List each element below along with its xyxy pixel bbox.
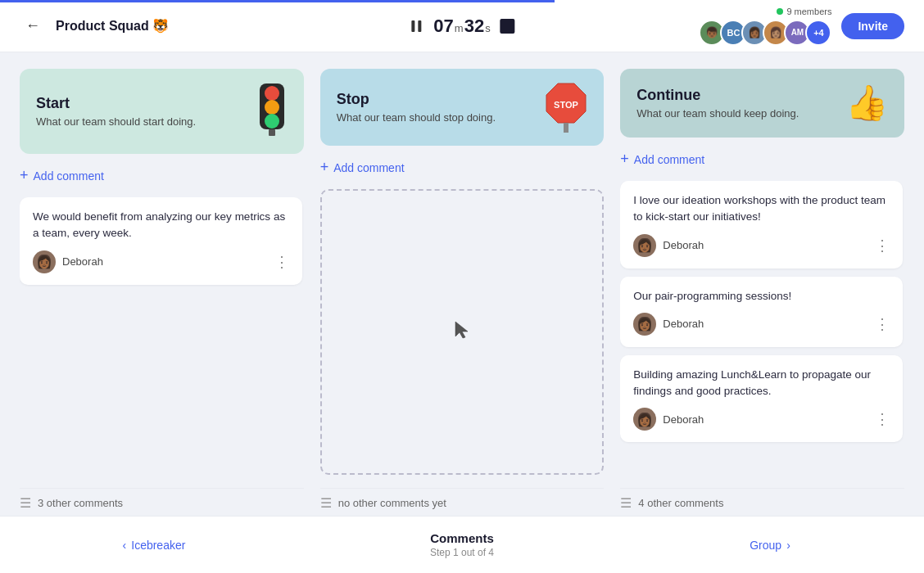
continue-comment-text-1: I love our ideation workshops with the p… [633,192,890,226]
avatar-more: +4 [805,20,831,46]
continue-column-header: Continue What our team should keep doing… [620,69,904,138]
stop-other-comments: no other comments yet [338,497,446,509]
avatars-row: 👦🏾 BC 👩🏾 👩🏽 AM +4 [699,20,831,46]
continue-author-name-1: Deborah [663,239,704,251]
traffic-light-icon [256,82,288,141]
start-add-comment-button[interactable]: + Add comment [20,164,304,187]
start-title: Start [36,95,196,112]
stop-drop-area[interactable] [320,189,605,475]
chevron-left-icon: ‹ [123,539,127,552]
stop-comments-icon: ☰ [320,495,332,511]
footer-current: Comments Step 1 out of 4 [308,531,616,558]
continue-comment-card-1: I love our ideation workshops with the p… [620,181,903,268]
continue-title: Continue [636,87,799,104]
stop-column: Stop What our team should stop doing. ST… [320,69,605,516]
timer-minutes-unit: m [455,22,464,34]
invite-button[interactable]: Invite [841,13,904,39]
continue-comment-text-3: Building amazing Lunch&Learn to propagat… [633,367,890,400]
continue-author-avatar-3: 👩🏾 [633,408,656,431]
continue-author-avatar-2: 👩🏾 [633,313,656,336]
start-comment-footer-1: 👩🏾 Deborah ⋮ [33,250,289,273]
footer-next-button[interactable]: Group › [616,539,924,552]
stop-add-comment-button[interactable]: + Add comment [320,156,605,179]
header-center: 07m32s [409,16,514,37]
continue-comment-more-1[interactable]: ⋮ [875,238,890,253]
start-header-text: Start What our team should start doing. [36,95,196,128]
svg-rect-1 [418,20,421,32]
stop-subtitle: What our team should stop doing. [337,111,496,124]
continue-comments-icon: ☰ [620,495,632,511]
continue-comment-author-1: 👩🏾 Deborah [633,234,704,257]
continue-comment-footer-1: 👩🏾 Deborah ⋮ [633,234,890,257]
stop-title: Stop [337,91,496,108]
start-comment-author-1: 👩🏾 Deborah [33,250,103,273]
timer-seconds-unit: s [485,22,491,34]
main-content: Start What our team should start doing. … [0,52,924,516]
svg-point-5 [265,114,279,129]
start-author-avatar-1: 👩🏾 [33,250,56,273]
timer-controls: 07m32s [409,16,514,37]
continue-comment-more-2[interactable]: ⋮ [875,317,890,332]
start-author-name-1: Deborah [62,255,103,268]
continue-subtitle: What our team should keep doing. [636,107,799,120]
start-comment-more-1[interactable]: ⋮ [274,255,289,269]
footer-nav: ‹ Icebreaker Comments Step 1 out of 4 Gr… [0,531,924,558]
continue-column-bottom: ☰ 4 other comments [620,488,904,516]
continue-cards-area: I love our ideation workshops with the p… [620,181,904,475]
pause-button[interactable] [409,19,424,34]
footer-prev-label: Icebreaker [131,539,185,552]
header-right: 9 members 👦🏾 BC 👩🏾 👩🏽 AM +4 [699,7,904,46]
thumbs-up-icon: 👍 [845,86,888,120]
start-comment-card-1: We would benefit from analyzing our key … [20,197,302,285]
svg-rect-0 [411,20,414,32]
start-column-bottom: ☰ 3 other comments [20,488,304,516]
continue-comment-card-2: Our pair-programming sessions! 👩🏾 Debora… [620,277,903,347]
timer-minutes: 07 [433,16,453,37]
continue-author-name-2: Deborah [663,318,704,330]
continue-author-name-3: Deborah [663,413,704,426]
back-button[interactable]: ← [20,13,46,39]
start-comments-icon: ☰ [20,495,31,511]
continue-add-comment-button[interactable]: + Add comment [620,147,904,171]
stop-sign-icon: STOP [545,82,587,133]
svg-rect-6 [269,129,275,136]
header-left: ← Product Squad 🐯 [20,13,699,39]
start-comment-text-1: We would benefit from analyzing our key … [33,209,289,242]
stop-timer-button[interactable] [500,19,515,34]
svg-point-3 [265,86,279,101]
svg-text:STOP: STOP [554,100,578,110]
start-subtitle: What our team should start doing. [36,115,196,128]
continue-comment-author-2: 👩🏾 Deborah [633,313,704,336]
continue-comment-footer-2: 👩🏾 Deborah ⋮ [633,313,890,336]
continue-comment-text-2: Our pair-programming sessions! [633,288,890,305]
continue-comment-more-3[interactable]: ⋮ [875,412,890,426]
stop-column-bottom: ☰ no other comments yet [320,488,605,516]
footer-prev-button[interactable]: ‹ Icebreaker [0,539,308,552]
continue-author-avatar-1: 👩🏾 [633,234,656,257]
footer-current-title: Comments [308,531,616,545]
cursor-icon [452,320,472,345]
start-cards-area: We would benefit from analyzing our key … [20,197,304,475]
stop-header-text: Stop What our team should stop doing. [337,91,496,124]
start-other-comments: 3 other comments [38,497,123,509]
session-title: Product Squad 🐯 [56,18,169,34]
timer-display: 07m32s [433,16,490,37]
timer-seconds: 32 [464,16,484,37]
footer-current-step: Step 1 out of 4 [308,547,616,558]
continue-other-comments: 4 other comments [638,497,723,509]
svg-rect-9 [564,123,568,133]
continue-header-text: Continue What our team should keep doing… [636,87,799,120]
stop-column-header: Stop What our team should stop doing. ST… [320,69,605,146]
members-count: 9 members [777,7,831,16]
continue-comment-footer-3: 👩🏾 Deborah ⋮ [633,408,890,431]
continue-comment-author-3: 👩🏾 Deborah [633,408,704,431]
start-column-header: Start What our team should start doing. [20,69,304,154]
progress-bar [0,0,555,2]
start-column: Start What our team should start doing. … [20,69,304,516]
header: ← Product Squad 🐯 07m32s 9 members 👦🏾 [0,0,924,52]
footer: ‹ Icebreaker Comments Step 1 out of 4 Gr… [0,516,924,573]
footer-next-label: Group [750,539,781,552]
continue-comment-card-3: Building amazing Lunch&Learn to propagat… [620,355,903,443]
chevron-right-icon: › [786,539,790,552]
continue-column: Continue What our team should keep doing… [620,69,904,516]
